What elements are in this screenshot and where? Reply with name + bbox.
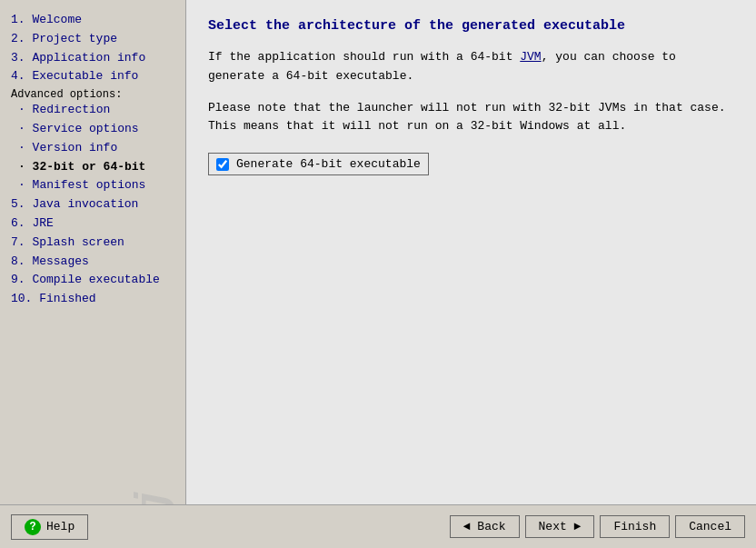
next-button[interactable]: Next ► — [525, 515, 595, 538]
sidebar-item-java-invocation[interactable]: 5. Java invocation — [11, 195, 178, 214]
cancel-button[interactable]: Cancel — [675, 515, 745, 538]
help-icon: ? — [25, 519, 41, 535]
sidebar: 1. Welcome 2. Project type 3. Applicatio… — [0, 0, 186, 504]
sidebar-item-version-info[interactable]: · Version info — [11, 139, 178, 158]
content-area: Select the architecture of the generated… — [186, 0, 756, 504]
sidebar-item-project-type[interactable]: 2. Project type — [11, 30, 178, 49]
footer-left: ? Help — [11, 514, 450, 540]
advanced-options-label: Advanced options: — [11, 88, 178, 101]
help-button[interactable]: ? Help — [11, 514, 88, 540]
sidebar-item-splash-screen[interactable]: 7. Splash screen — [11, 234, 178, 253]
sidebar-item-app-info[interactable]: 3. Application info — [11, 49, 178, 68]
page-title: Select the architecture of the generated… — [208, 18, 734, 34]
footer-right: ◄ Back Next ► Finish Cancel — [450, 515, 745, 538]
generate-64bit-checkbox-area[interactable]: Generate 64-bit executable — [208, 153, 429, 175]
sidebar-item-exe-info[interactable]: 4. Executable info — [11, 67, 178, 86]
paragraph-2: Please note that the launcher will not r… — [208, 99, 734, 137]
finish-button[interactable]: Finish — [600, 515, 670, 538]
sidebar-item-manifest-options[interactable]: · Manifest options — [11, 176, 178, 195]
paragraph-1: If the application should run with a 64-… — [208, 48, 734, 86]
sidebar-item-messages[interactable]: 8. Messages — [11, 253, 178, 272]
watermark: exe4j — [129, 486, 178, 504]
generate-64bit-label: Generate 64-bit executable — [236, 157, 421, 171]
jvm-link: JVM — [520, 50, 541, 64]
sidebar-item-32-64-bit[interactable]: · 32-bit or 64-bit — [11, 158, 178, 177]
sidebar-item-compile-executable[interactable]: 9. Compile executable — [11, 271, 178, 290]
sidebar-item-finished[interactable]: 10. Finished — [11, 290, 178, 309]
sidebar-item-service-options[interactable]: · Service options — [11, 120, 178, 139]
footer: ? Help ◄ Back Next ► Finish Cancel — [0, 504, 756, 548]
sidebar-item-redirection[interactable]: · Redirection — [11, 101, 178, 120]
content-body: If the application should run with a 64-… — [208, 48, 734, 136]
sidebar-item-jre[interactable]: 6. JRE — [11, 214, 178, 234]
sidebar-item-welcome[interactable]: 1. Welcome — [11, 11, 178, 30]
back-button[interactable]: ◄ Back — [450, 515, 520, 538]
generate-64bit-checkbox[interactable] — [216, 158, 229, 171]
